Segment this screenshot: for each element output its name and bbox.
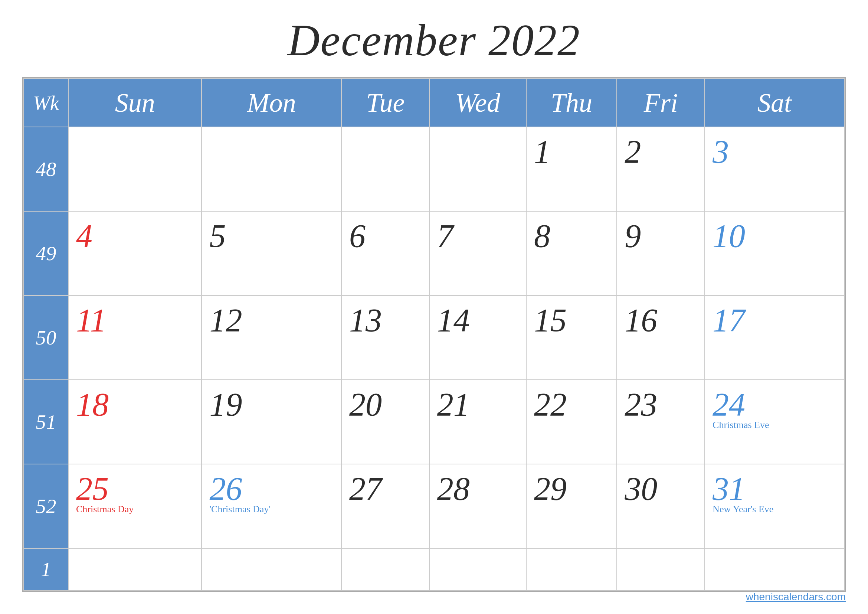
day-cell-30: 30: [617, 464, 705, 548]
day-number-2: 2: [625, 133, 697, 171]
week-number-50: 50: [24, 296, 68, 380]
day-cell-21: 21: [429, 380, 526, 464]
empty-day-cell-6: [705, 548, 844, 590]
day-number-25: 25: [76, 470, 194, 507]
empty-day-cell-3: [429, 548, 526, 590]
day-cell-31: 31New Year's Eve: [705, 464, 844, 548]
header-wk: Wk: [24, 79, 68, 127]
day-number-3: 3: [713, 133, 837, 171]
day-number-19: 19: [209, 386, 333, 423]
header-sat: Sat: [705, 79, 844, 127]
day-number-14: 14: [437, 301, 518, 339]
week-row-50: 5011121314151617: [24, 296, 844, 380]
day-cell-12: 12: [202, 296, 341, 380]
day-number-30: 30: [625, 470, 697, 507]
day-cell-9: 9: [617, 211, 705, 296]
day-cell-8: 8: [526, 211, 617, 296]
day-number-11: 11: [76, 301, 194, 339]
day-number-13: 13: [349, 301, 422, 339]
empty-day-cell-0: [68, 548, 202, 590]
day-label-31: New Year's Eve: [713, 504, 837, 515]
day-cell-29: 29: [526, 464, 617, 548]
header-tue: Tue: [341, 79, 429, 127]
day-number-21: 21: [437, 386, 518, 423]
day-number-31: 31: [713, 470, 837, 507]
day-cell-3: 3: [705, 127, 844, 211]
day-cell-17: 17: [705, 296, 844, 380]
day-number-4: 4: [76, 217, 194, 255]
week-number-extra: 1: [24, 548, 68, 590]
day-number-9: 9: [625, 217, 697, 255]
day-cell-empty: [341, 127, 429, 211]
day-number-27: 27: [349, 470, 422, 507]
week-number-52: 52: [24, 464, 68, 548]
day-cell-7: 7: [429, 211, 526, 296]
day-number-12: 12: [209, 301, 333, 339]
day-cell-1: 1: [526, 127, 617, 211]
day-cell-26: 26'Christmas Day': [202, 464, 341, 548]
day-label-24: Christmas Eve: [713, 420, 837, 431]
day-cell-5: 5: [202, 211, 341, 296]
watermark: wheniscalendars.com: [746, 591, 846, 603]
day-number-24: 24: [713, 386, 837, 423]
day-number-6: 6: [349, 217, 422, 255]
day-number-15: 15: [534, 301, 609, 339]
empty-day-cell-4: [526, 548, 617, 590]
day-number-20: 20: [349, 386, 422, 423]
week-row-52: 5225Christmas Day26'Christmas Day'272829…: [24, 464, 844, 548]
calendar-table: Wk Sun Mon Tue Wed Thu Fri Sat 481234945…: [23, 78, 845, 591]
day-cell-18: 18: [68, 380, 202, 464]
day-cell-6: 6: [341, 211, 429, 296]
day-cell-14: 14: [429, 296, 526, 380]
day-cell-13: 13: [341, 296, 429, 380]
empty-day-cell-5: [617, 548, 705, 590]
day-cell-15: 15: [526, 296, 617, 380]
header-fri: Fri: [617, 79, 705, 127]
day-number-5: 5: [209, 217, 333, 255]
week-row-51: 5118192021222324Christmas Eve: [24, 380, 844, 464]
empty-row: 1: [24, 548, 844, 590]
week-row-48: 48123: [24, 127, 844, 211]
day-number-10: 10: [713, 217, 837, 255]
day-cell-11: 11: [68, 296, 202, 380]
empty-day-cell-1: [202, 548, 341, 590]
calendar-title: December 2022: [288, 15, 580, 66]
day-cell-empty: [429, 127, 526, 211]
day-label-25: Christmas Day: [76, 504, 194, 515]
day-cell-20: 20: [341, 380, 429, 464]
day-number-29: 29: [534, 470, 609, 507]
calendar-container: Wk Sun Mon Tue Wed Thu Fri Sat 481234945…: [22, 77, 846, 592]
day-cell-25: 25Christmas Day: [68, 464, 202, 548]
day-number-8: 8: [534, 217, 609, 255]
day-cell-22: 22: [526, 380, 617, 464]
header-thu: Thu: [526, 79, 617, 127]
week-number-48: 48: [24, 127, 68, 211]
day-cell-19: 19: [202, 380, 341, 464]
day-cell-28: 28: [429, 464, 526, 548]
day-cell-empty: [68, 127, 202, 211]
day-cell-24: 24Christmas Eve: [705, 380, 844, 464]
day-cell-16: 16: [617, 296, 705, 380]
week-number-49: 49: [24, 211, 68, 296]
day-cell-4: 4: [68, 211, 202, 296]
header-wed: Wed: [429, 79, 526, 127]
day-number-18: 18: [76, 386, 194, 423]
day-number-26: 26: [209, 470, 333, 507]
day-cell-empty: [202, 127, 341, 211]
week-number-51: 51: [24, 380, 68, 464]
header-sun: Sun: [68, 79, 202, 127]
day-cell-27: 27: [341, 464, 429, 548]
day-label-26: 'Christmas Day': [209, 504, 333, 515]
day-number-16: 16: [625, 301, 697, 339]
header-mon: Mon: [202, 79, 341, 127]
day-cell-10: 10: [705, 211, 844, 296]
week-row-49: 4945678910: [24, 211, 844, 296]
day-number-22: 22: [534, 386, 609, 423]
day-number-1: 1: [534, 133, 609, 171]
day-cell-23: 23: [617, 380, 705, 464]
header-row: Wk Sun Mon Tue Wed Thu Fri Sat: [24, 79, 844, 127]
day-cell-2: 2: [617, 127, 705, 211]
empty-day-cell-2: [341, 548, 429, 590]
day-number-28: 28: [437, 470, 518, 507]
day-number-23: 23: [625, 386, 697, 423]
